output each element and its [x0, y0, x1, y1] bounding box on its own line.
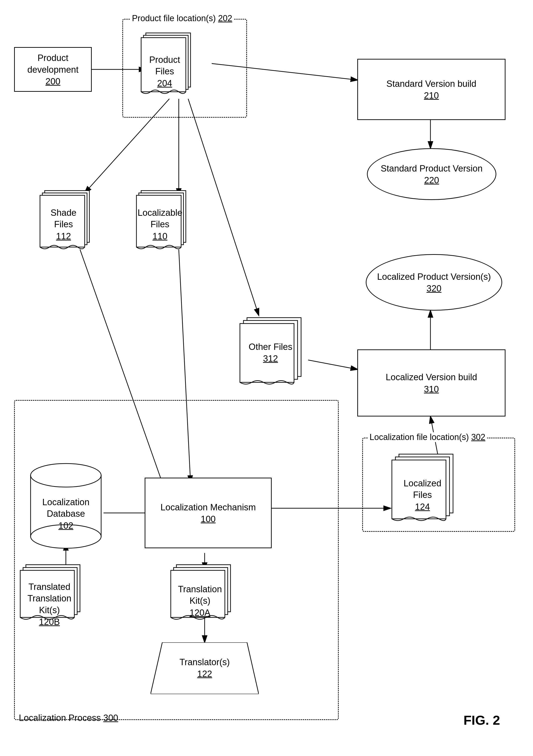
svg-line-7 — [188, 99, 259, 315]
localized-product-versions-label: Localized Product Version(s) — [377, 271, 491, 283]
localized-files-id: 124 — [393, 502, 452, 512]
localization-process-label: Localization Process 300 — [19, 713, 118, 723]
localized-files-stack: Localized Files 124 — [389, 452, 460, 527]
localization-database-id: 102 — [31, 521, 101, 531]
diagram: Product development 200 Product file loc… — [0, 0, 533, 756]
fig-label: FIG. 2 — [464, 713, 500, 728]
translators-shape: Translator(s) 122 — [150, 642, 259, 694]
localized-version-build-id: 310 — [424, 384, 439, 394]
standard-product-version-label: Standard Product Version — [381, 163, 482, 175]
localizable-files-id: 110 — [135, 231, 185, 241]
standard-version-build-id: 210 — [424, 91, 439, 101]
standard-version-build-label: Standard Version build — [386, 78, 476, 90]
standard-version-build-box: Standard Version build 210 — [357, 59, 505, 120]
standard-product-version-id: 220 — [424, 175, 439, 185]
product-dev-box: Product development 200 — [14, 47, 92, 92]
translated-translation-kits-label: Translated Translation Kit(s) — [20, 581, 79, 616]
localizable-files-stack: Localizable Files 110 — [134, 188, 191, 256]
product-dev-id: 200 — [45, 76, 60, 87]
translation-kits-stack: Translation Kit(s) 120A — [169, 562, 240, 628]
product-files-label: Product Files — [141, 54, 188, 77]
translators-label: Translator(s) — [169, 657, 240, 668]
product-files-stack: Product Files 204 — [139, 31, 195, 101]
translation-kits-label: Translation Kit(s) — [172, 583, 228, 607]
shade-files-id: 112 — [40, 231, 87, 241]
other-files-id: 312 — [241, 354, 300, 364]
localization-mechanism-label: Localization Mechanism — [160, 502, 256, 513]
other-files-label: Other Files — [241, 341, 300, 353]
standard-product-version-ellipse: Standard Product Version 220 — [367, 148, 496, 200]
localizable-files-label: Localizable Files — [135, 207, 185, 230]
svg-line-8 — [308, 360, 358, 369]
localization-mechanism-box: Localization Mechanism 100 — [145, 478, 272, 548]
product-files-id: 204 — [141, 78, 188, 89]
other-files-stack: Other Files 312 — [238, 315, 308, 391]
product-dev-label: Product development — [15, 52, 91, 75]
localized-version-build-label: Localized Version build — [386, 371, 477, 383]
localization-database-cylinder: Localization Database 102 — [28, 461, 103, 551]
localization-file-location-label: Localization file location(s) 302 — [368, 432, 487, 442]
localized-version-build-box: Localized Version build 310 — [357, 349, 505, 417]
translated-translation-kits-stack: Translated Translation Kit(s) 120B — [19, 562, 90, 628]
localized-product-versions-id: 320 — [426, 284, 441, 294]
svg-point-34 — [31, 464, 101, 487]
shade-files-stack: Shade Files 112 — [38, 188, 94, 256]
localized-files-label: Localized Files — [393, 478, 452, 501]
translated-translation-kits-id: 120B — [20, 617, 79, 627]
localization-database-label: Localization Database — [31, 497, 101, 520]
localized-product-versions-ellipse: Localized Product Version(s) 320 — [366, 254, 502, 310]
localization-mechanism-id: 100 — [200, 514, 215, 524]
product-file-location-label: Product file location(s) 202 — [130, 14, 234, 23]
translators-id: 122 — [169, 669, 240, 679]
shade-files-label: Shade Files — [40, 207, 87, 230]
translation-kits-id: 120A — [172, 608, 228, 618]
